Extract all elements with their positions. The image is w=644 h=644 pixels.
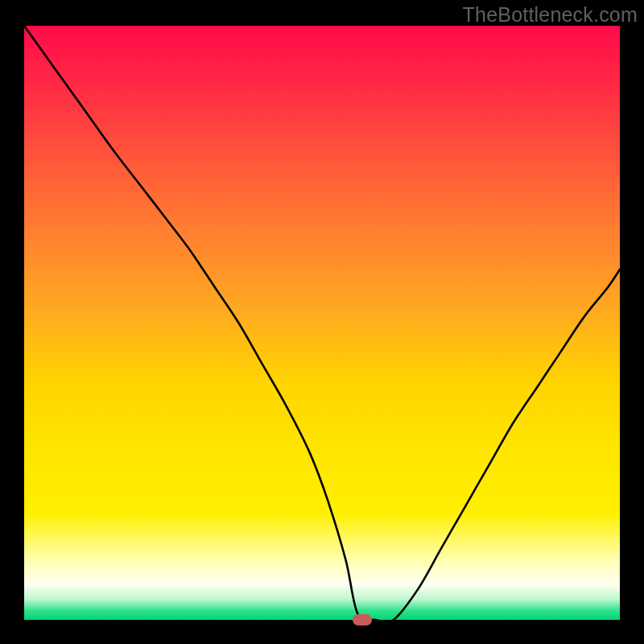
chart-canvas: TheBottleneck.com [0,0,644,644]
optimum-marker [353,614,372,625]
gradient-rect [24,26,620,620]
plot-svg [24,26,620,620]
watermark-text: TheBottleneck.com [463,3,638,27]
plot-area [24,26,620,620]
